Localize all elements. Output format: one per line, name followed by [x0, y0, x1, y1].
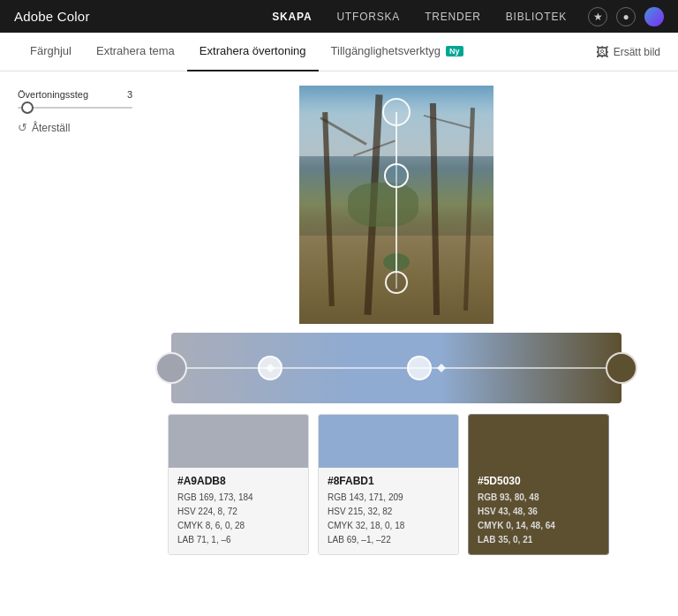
- nav-skapa[interactable]: SKAPA: [272, 11, 312, 23]
- slider-label-row: Övertoningssteg 3: [18, 89, 132, 100]
- top-navigation: Adobe Color SKAPA UTFORSKA TRENDER BIBLI…: [0, 0, 678, 33]
- foliage-patch: [348, 183, 418, 227]
- gradient-handle-left-inner[interactable]: [258, 356, 282, 380]
- swatch-info-0: #A9ADB8 RGB 169, 173, 184 HSV 224, 8, 72…: [169, 468, 308, 554]
- app-title: Adobe Color: [14, 9, 90, 24]
- nav-icon-group: ★ ●: [588, 7, 664, 26]
- swatches-row: #A9ADB8 RGB 169, 173, 184 HSV 224, 8, 72…: [168, 414, 609, 555]
- settings-icon[interactable]: ●: [616, 7, 636, 26]
- nav-trender[interactable]: TRENDER: [425, 11, 481, 23]
- swatch-color-2: [469, 415, 608, 468]
- swatch-detail-1: RGB 143, 171, 209 HSV 215, 32, 82 CMYK 3…: [328, 491, 449, 547]
- center-panel: #A9ADB8 RGB 169, 173, 184 HSV 224, 8, 72…: [132, 86, 660, 555]
- swatch-info-2: #5D5030 RGB 93, 80, 48 HSV 43, 48, 36 CM…: [469, 468, 608, 554]
- tab-farghjul[interactable]: Färghjul: [18, 33, 84, 71]
- tab-tillganglighetsverktyg[interactable]: Tillgänglighetsverktyg Ny: [319, 33, 476, 71]
- gradient-handle-mid[interactable]: [407, 356, 432, 380]
- nav-utforska[interactable]: UTFORSKA: [336, 11, 400, 23]
- image-container: [299, 86, 493, 324]
- tabs-bar: Färghjul Extrahera tema Extrahera överto…: [0, 33, 678, 71]
- gradient-steps-slider[interactable]: [18, 107, 132, 109]
- swatch-detail-2: RGB 93, 80, 48 HSV 43, 48, 36 CMYK 0, 14…: [478, 491, 599, 547]
- slider-thumb[interactable]: [21, 101, 34, 114]
- gradient-handle-left[interactable]: [155, 352, 187, 384]
- forest-image: [299, 86, 493, 324]
- swatch-card-1[interactable]: #8FABD1 RGB 143, 171, 209 HSV 215, 32, 8…: [318, 414, 459, 555]
- user-avatar[interactable]: [644, 7, 664, 26]
- tab-extrahera-tema[interactable]: Extrahera tema: [84, 33, 187, 71]
- gradient-bar[interactable]: [171, 333, 622, 403]
- swatch-hex-2: #5D5030: [478, 475, 599, 487]
- gradient-bar-wrapper: [171, 333, 622, 403]
- tab-extrahera-overtoning[interactable]: Extrahera övertoning: [187, 33, 319, 71]
- nav-bibliotek[interactable]: BIBLIOTEK: [506, 11, 567, 23]
- moss-layer: [383, 253, 410, 271]
- swatch-rgb-0: RGB 169, 173, 184 HSV 224, 8, 72 CMYK 8,…: [177, 491, 299, 547]
- swatch-card-2[interactable]: #5D5030 RGB 93, 80, 48 HSV 43, 48, 36 CM…: [468, 414, 609, 555]
- new-badge: Ny: [446, 46, 463, 56]
- gradient-bar-section: [150, 333, 643, 403]
- gradient-handle-right[interactable]: [606, 352, 637, 384]
- nav-links: SKAPA UTFORSKA TRENDER BIBLIOTEK: [272, 11, 567, 23]
- swatch-color-0: [169, 415, 308, 468]
- reset-icon: ↺: [18, 121, 27, 134]
- swatch-hex-0: #A9ADB8: [177, 475, 299, 487]
- left-panel: Övertoningssteg 3 ↺ Återställ: [18, 86, 132, 555]
- swatch-color-1: [319, 415, 458, 468]
- main-content: Övertoningssteg 3 ↺ Återställ: [0, 71, 678, 569]
- replace-image-btn[interactable]: 🖼 Ersätt bild: [596, 45, 660, 59]
- swatch-info-1: #8FABD1 RGB 143, 171, 209 HSV 215, 32, 8…: [319, 468, 458, 554]
- slider-label: Övertoningssteg: [18, 89, 88, 100]
- globe-icon[interactable]: ★: [588, 7, 607, 26]
- reset-button[interactable]: ↺ Återställ: [18, 121, 132, 134]
- image-icon: 🖼: [596, 45, 608, 59]
- swatch-card-0[interactable]: #A9ADB8 RGB 169, 173, 184 HSV 224, 8, 72…: [168, 414, 309, 555]
- swatch-hex-1: #8FABD1: [328, 475, 449, 487]
